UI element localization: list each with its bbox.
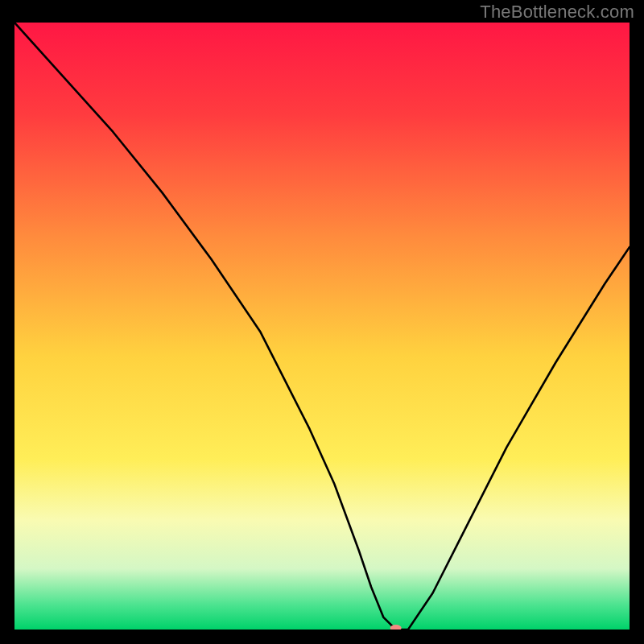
chart-frame: TheBottleneck.com xyxy=(0,0,644,644)
bottleneck-chart xyxy=(14,23,630,630)
gradient-background xyxy=(14,23,630,630)
attribution-label: TheBottleneck.com xyxy=(480,2,634,23)
